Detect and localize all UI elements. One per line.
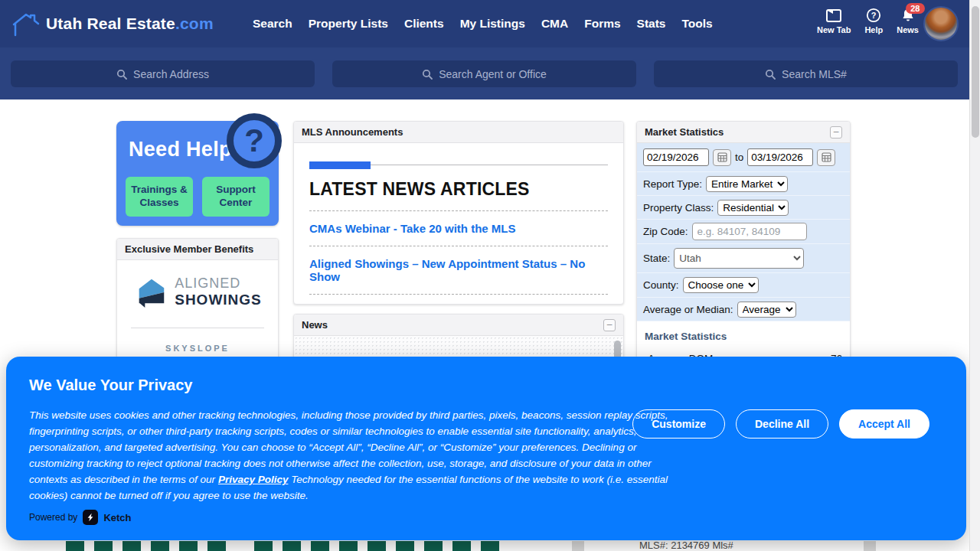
site-logo[interactable]: Utah Real Estate.com (11, 9, 214, 38)
new-tab-button[interactable]: New Tab (817, 8, 851, 34)
market-statistics-title: Market Statistics (645, 126, 724, 138)
heading-rule (309, 165, 608, 165)
search-icon (765, 69, 776, 80)
article-link[interactable]: CMAs Webinar - Take 20 with the MLS (309, 222, 608, 235)
average-median-row: Average or Median: Average (637, 298, 850, 321)
quick-search-row: Search Address Search Agent or Office Se… (0, 47, 980, 99)
nav-property-lists[interactable]: Property Lists (309, 17, 388, 31)
county-select[interactable]: Choose one (683, 277, 759, 293)
property-class-row: Property Class: Residential (637, 196, 850, 220)
county-row: County: Choose one (637, 273, 850, 298)
property-class-select[interactable]: Residential (717, 200, 789, 216)
search-icon (116, 69, 127, 80)
news-badge: 28 (906, 3, 924, 14)
date-to-input[interactable] (747, 148, 813, 166)
blue-accent-bar (309, 161, 371, 169)
nav-forms[interactable]: Forms (584, 17, 620, 31)
page-fragment (572, 541, 584, 551)
support-center-button[interactable]: Support Center (202, 177, 270, 217)
partially-visible-headline (66, 541, 228, 551)
customize-button[interactable]: Customize (632, 409, 725, 439)
nav-clients[interactable]: Clients (404, 17, 444, 31)
aligned-showings-icon (133, 274, 168, 309)
market-statistics-subheading: Market Statistics (645, 331, 842, 342)
main-navigation: Search Property Lists Clients My Listing… (253, 0, 713, 47)
header-actions: New Tab ? Help 28 News (817, 8, 919, 34)
svg-text:?: ? (871, 11, 877, 20)
divider (131, 328, 264, 328)
latest-news-heading: LATEST NEWS ARTICLES (309, 179, 608, 200)
collapse-button[interactable]: – (830, 126, 842, 139)
date-range-row: to (637, 143, 850, 172)
privacy-banner-title: We Value Your Privacy (29, 377, 192, 394)
report-type-select[interactable]: Entire Market (706, 176, 788, 192)
search-icon (422, 69, 433, 80)
mls-announcements-card: MLS Announcements LATEST NEWS ARTICLES C… (293, 121, 624, 305)
news-button[interactable]: 28 News (897, 8, 919, 34)
average-median-select[interactable]: Average (737, 302, 796, 318)
mls-announcements-title: MLS Announcements (302, 126, 403, 138)
house-logo-icon (11, 9, 41, 38)
cookie-consent-banner: We Value Your Privacy This website uses … (6, 357, 966, 540)
member-benefits-title: Exclusive Member Benefits (125, 243, 253, 255)
aligned-showings-logo[interactable]: ALIGNED SHOWINGS (117, 260, 278, 323)
user-avatar[interactable] (923, 6, 959, 41)
zip-code-row: Zip Code: (637, 220, 850, 244)
help-icon: ? (865, 8, 882, 23)
nav-tools[interactable]: Tools (681, 17, 712, 31)
nav-search[interactable]: Search (253, 17, 292, 31)
top-navigation-bar: Utah Real Estate.com Search Property Lis… (0, 0, 980, 47)
search-address-input[interactable]: Search Address (11, 60, 315, 87)
state-row: State: Utah (637, 244, 850, 273)
calendar-button[interactable] (713, 149, 731, 166)
page-scrollbar-thumb[interactable] (972, 6, 979, 138)
date-from-input[interactable] (643, 148, 709, 166)
page-scrollbar[interactable] (969, 0, 980, 551)
mls-reference-text: MLS#: 2134769 Mls# (639, 540, 733, 551)
dashed-divider (309, 210, 608, 211)
article-link[interactable]: Aligned Showings – New Appointment Statu… (309, 257, 608, 283)
search-mls-input[interactable]: Search MLS# (654, 60, 958, 87)
partially-visible-headline (254, 541, 504, 551)
calendar-icon (822, 152, 831, 162)
report-type-row: Report Type: Entire Market (637, 172, 850, 196)
news-title: News (302, 319, 328, 331)
site-logo-text: Utah Real Estate.com (46, 15, 214, 33)
page-fragment (864, 541, 876, 551)
nav-stats[interactable]: Stats (637, 17, 666, 31)
collapse-button[interactable]: – (603, 319, 616, 331)
need-help-card: Need Help ? Trainings & Classes Support … (116, 121, 279, 226)
state-select[interactable]: Utah (674, 248, 804, 269)
search-agent-input[interactable]: Search Agent or Office (332, 60, 636, 87)
calendar-icon (717, 152, 727, 162)
calendar-button[interactable] (817, 149, 835, 166)
need-help-title: Need Help (129, 138, 232, 161)
help-button[interactable]: ? Help (864, 8, 883, 34)
privacy-policy-link[interactable]: Privacy Policy (218, 474, 289, 485)
privacy-banner-text: This website uses cookies and other trac… (29, 407, 678, 504)
dashed-divider (309, 246, 608, 246)
question-mark-icon: ? (227, 113, 282, 168)
nav-cma[interactable]: CMA (541, 17, 568, 31)
powered-by-ketch[interactable]: Powered by Ketch (29, 510, 132, 525)
trainings-classes-button[interactable]: Trainings & Classes (126, 177, 193, 217)
zip-code-input[interactable] (692, 223, 807, 240)
accept-all-button[interactable]: Accept All (839, 409, 929, 439)
ketch-icon (83, 510, 98, 525)
new-tab-icon (825, 8, 842, 23)
dashed-divider (309, 294, 608, 295)
decline-all-button[interactable]: Decline All (736, 409, 828, 439)
nav-my-listings[interactable]: My Listings (460, 17, 525, 31)
